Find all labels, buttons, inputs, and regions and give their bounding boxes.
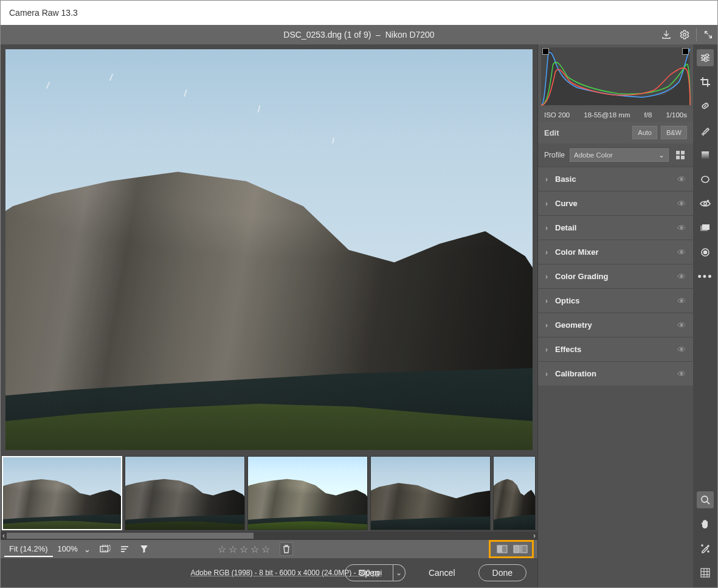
eye-icon[interactable]: 👁 <box>677 199 686 209</box>
thumbnail[interactable] <box>125 456 245 530</box>
panel-geometry[interactable]: ›Geometry👁 <box>538 313 693 337</box>
image-preview-area[interactable] <box>1 44 537 455</box>
edit-title: Edit <box>544 128 559 137</box>
file-info-bar: DSC_0253.dng (1 of 9) – Nikon D7200 <box>1 25 717 44</box>
panel-curve[interactable]: ›Curve👁 <box>538 191 693 215</box>
center-column: ‹ › Fit (14.2%) 100% ⌄ <box>1 44 537 587</box>
cancel-button[interactable]: Cancel <box>415 564 469 581</box>
svg-point-32 <box>702 496 708 502</box>
svg-point-20 <box>705 59 707 61</box>
eye-icon[interactable]: 👁 <box>677 175 686 184</box>
highlight-clip-icon[interactable] <box>682 48 689 55</box>
zoom-100-tab[interactable]: 100% <box>53 542 83 557</box>
zoom-dropdown-icon[interactable]: ⌄ <box>83 545 92 554</box>
panel-detail[interactable]: ›Detail👁 <box>538 215 693 240</box>
radial-filter-icon[interactable] <box>697 171 714 188</box>
svg-rect-12 <box>681 151 685 154</box>
svg-point-25 <box>704 202 706 205</box>
svg-point-35 <box>708 551 709 552</box>
star-icon[interactable]: ☆ <box>261 544 270 555</box>
presets-icon[interactable] <box>697 244 714 261</box>
before-after-split-icon[interactable] <box>514 542 527 556</box>
graduated-filter-icon[interactable] <box>697 147 714 164</box>
camera-model: Nikon D7200 <box>385 30 435 40</box>
thumbnail[interactable] <box>2 456 122 530</box>
grid-overlay-icon[interactable] <box>697 564 714 581</box>
star-icon[interactable]: ☆ <box>240 544 248 555</box>
workflow-options-link[interactable]: Adobe RGB (1998) - 8 bit - 6000 x 4000 (… <box>190 569 382 577</box>
star-icon[interactable]: ☆ <box>229 544 237 555</box>
star-icon[interactable]: ☆ <box>250 544 259 555</box>
image-preview[interactable] <box>5 49 533 450</box>
exif-shutter: 1/100s <box>666 111 687 119</box>
brush-tool-icon[interactable] <box>697 122 714 139</box>
eye-icon[interactable]: 👁 <box>677 345 686 355</box>
edit-header: Edit Auto B&W <box>538 122 693 144</box>
app-title: Camera Raw 13.3 <box>9 8 78 18</box>
filmstrip-scrollbar[interactable]: ‹ › <box>1 531 537 540</box>
eye-icon[interactable]: 👁 <box>677 296 686 306</box>
more-options-icon[interactable]: ••• <box>697 268 714 285</box>
eye-icon[interactable]: 👁 <box>677 247 686 257</box>
auto-button[interactable]: Auto <box>632 126 657 139</box>
eye-icon[interactable]: 👁 <box>677 320 686 330</box>
panel-calibration[interactable]: ›Calibration👁 <box>538 361 693 386</box>
trash-icon[interactable] <box>280 542 293 556</box>
eye-icon[interactable]: 👁 <box>677 369 686 379</box>
profile-browser-icon[interactable] <box>674 148 687 162</box>
exif-iso: ISO 200 <box>544 111 570 119</box>
chevron-right-icon: › <box>545 248 548 257</box>
chevron-right-icon: › <box>545 199 548 208</box>
chevron-right-icon: › <box>545 224 548 232</box>
edit-tool-icon[interactable] <box>697 49 714 66</box>
eye-icon[interactable]: 👁 <box>677 272 686 282</box>
save-image-icon[interactable] <box>657 25 675 44</box>
done-button[interactable]: Done <box>478 564 526 581</box>
panel-optics[interactable]: ›Optics👁 <box>538 288 693 313</box>
settings-gear-icon[interactable] <box>675 25 694 44</box>
star-icon[interactable]: ☆ <box>218 544 226 555</box>
scroll-right-arrow[interactable]: › <box>531 531 537 540</box>
zoom-controls: Fit (14.2%) 100% ⌄ <box>4 542 92 557</box>
open-dropdown-icon[interactable]: ⌄ <box>393 564 406 581</box>
color-sampler-icon[interactable] <box>697 540 714 557</box>
hand-tool-icon[interactable] <box>697 516 714 533</box>
shadow-clip-icon[interactable] <box>542 48 549 55</box>
panel-color-grading[interactable]: ›Color Grading👁 <box>538 264 693 288</box>
eye-icon[interactable]: 👁 <box>677 223 686 233</box>
exif-aperture: f/8 <box>644 111 652 119</box>
zoom-fit-tab[interactable]: Fit (14.2%) <box>4 542 53 557</box>
before-after-single-icon[interactable] <box>495 542 509 556</box>
scrollbar-thumb[interactable] <box>7 533 254 539</box>
filter-icon[interactable] <box>137 542 151 556</box>
chevron-right-icon: › <box>545 370 548 378</box>
crop-tool-icon[interactable] <box>697 74 714 91</box>
chevron-right-icon: › <box>545 321 548 330</box>
bw-button[interactable]: B&W <box>661 126 687 139</box>
svg-line-33 <box>707 502 709 504</box>
fullscreen-icon[interactable] <box>699 25 717 44</box>
scroll-left-arrow[interactable]: ‹ <box>1 531 7 540</box>
svg-rect-1 <box>100 547 108 552</box>
profile-select[interactable]: Adobe Color ⌄ <box>570 148 669 162</box>
bottom-status-bar: Adobe RGB (1998) - 8 bit - 6000 x 4000 (… <box>1 558 537 587</box>
panel-effects[interactable]: ›Effects👁 <box>538 337 693 361</box>
select-all-icon[interactable] <box>98 542 112 556</box>
thumbnail-row[interactable] <box>1 455 537 531</box>
svg-rect-8 <box>514 545 519 553</box>
histogram[interactable] <box>538 44 693 108</box>
panel-basic[interactable]: ›Basic👁 <box>538 167 693 191</box>
current-filename: DSC_0253.dng (1 of 9) <box>283 30 371 40</box>
thumbnail[interactable] <box>493 456 536 530</box>
healing-tool-icon[interactable] <box>697 98 714 115</box>
thumbnail[interactable] <box>370 456 491 530</box>
zoom-tool-icon[interactable] <box>697 491 714 508</box>
chevron-right-icon: › <box>545 175 548 184</box>
panel-color-mixer[interactable]: ›Color Mixer👁 <box>538 240 693 264</box>
red-eye-tool-icon[interactable] <box>697 195 714 212</box>
edit-panels: ›Basic👁 ›Curve👁 ›Detail👁 ›Color Mixer👁 ›… <box>538 167 693 587</box>
sort-icon[interactable] <box>118 542 131 556</box>
rating-stars[interactable]: ☆ ☆ ☆ ☆ ☆ <box>218 544 270 555</box>
snapshots-icon[interactable] <box>697 220 714 237</box>
thumbnail[interactable] <box>247 456 368 530</box>
